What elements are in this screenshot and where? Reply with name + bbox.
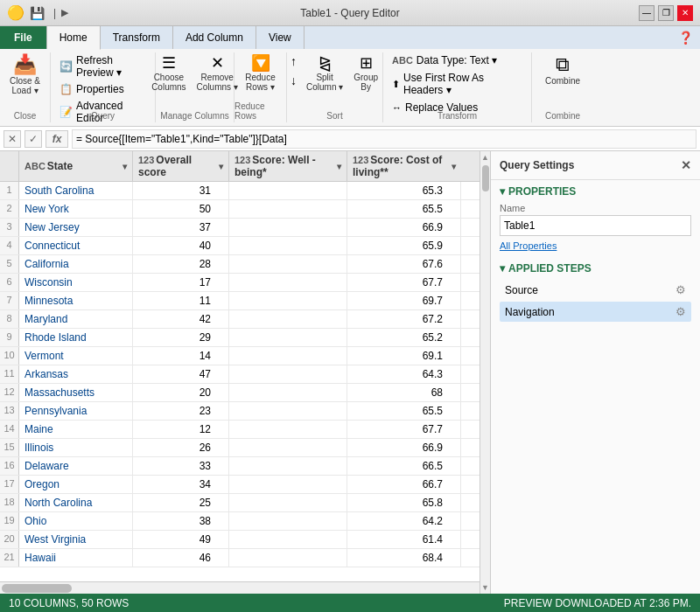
cell-overall[interactable]: 17 bbox=[133, 274, 229, 291]
tab-add-column[interactable]: Add Column bbox=[173, 26, 256, 49]
query-name-input[interactable] bbox=[500, 215, 691, 236]
cell-overall[interactable]: 11 bbox=[133, 292, 229, 309]
cell-wellbeing[interactable] bbox=[229, 274, 347, 291]
cell-state[interactable]: California bbox=[19, 255, 133, 273]
cell-costliving[interactable]: 65.8 bbox=[347, 494, 461, 511]
cell-wellbeing[interactable] bbox=[229, 512, 347, 530]
cell-overall[interactable]: 49 bbox=[133, 531, 229, 548]
cell-wellbeing[interactable] bbox=[229, 402, 347, 420]
cell-state[interactable]: Ohio bbox=[19, 512, 133, 530]
cell-state[interactable]: Maryland bbox=[19, 310, 133, 328]
cell-wellbeing[interactable] bbox=[229, 292, 347, 309]
tab-file[interactable]: File bbox=[0, 26, 47, 49]
cell-overall[interactable]: 38 bbox=[133, 512, 229, 530]
minimize-btn[interactable]: — bbox=[639, 5, 654, 21]
table-row[interactable]: 13 Pennsylvania 23 65.5 bbox=[0, 402, 480, 421]
col-header-overall[interactable]: 123Overall score ▾ bbox=[133, 151, 229, 181]
tab-home[interactable]: Home bbox=[47, 26, 101, 50]
cell-wellbeing[interactable] bbox=[229, 200, 347, 218]
cell-overall[interactable]: 12 bbox=[133, 421, 229, 438]
table-row[interactable]: 10 Vermont 14 69.1 bbox=[0, 347, 480, 365]
reduce-rows-button[interactable]: 🔽 ReduceRows ▾ bbox=[239, 52, 283, 94]
table-row[interactable]: 16 Delaware 33 66.5 bbox=[0, 457, 480, 476]
cell-wellbeing[interactable] bbox=[229, 531, 347, 548]
scroll-down-btn[interactable]: ▼ bbox=[481, 583, 489, 592]
cell-costliving[interactable]: 66.9 bbox=[347, 219, 461, 236]
cell-state[interactable]: Oregon bbox=[19, 476, 133, 493]
cell-state[interactable]: Connecticut bbox=[19, 237, 133, 254]
cell-costliving[interactable]: 67.6 bbox=[347, 255, 461, 273]
cell-wellbeing[interactable] bbox=[229, 421, 347, 438]
cell-overall[interactable]: 42 bbox=[133, 310, 229, 328]
cell-costliving[interactable]: 65.5 bbox=[347, 402, 461, 420]
cell-wellbeing[interactable] bbox=[229, 384, 347, 401]
cell-state[interactable]: Illinois bbox=[19, 439, 133, 456]
cell-state[interactable]: Minnesota bbox=[19, 292, 133, 309]
help-btn[interactable]: ❓ bbox=[678, 31, 693, 45]
cell-overall[interactable]: 46 bbox=[133, 549, 229, 567]
cell-costliving[interactable]: 69.1 bbox=[347, 347, 461, 365]
refresh-preview-button[interactable]: 🔄 Refresh Preview ▾ bbox=[56, 52, 150, 80]
cell-state[interactable]: New Jersey bbox=[19, 219, 133, 236]
cell-state[interactable]: South Carolina bbox=[19, 182, 133, 199]
applied-steps-collapse-icon[interactable]: ▾ bbox=[500, 262, 505, 275]
cell-overall[interactable]: 34 bbox=[133, 476, 229, 493]
close-btn[interactable]: ✕ bbox=[677, 5, 693, 21]
formula-confirm-btn[interactable]: ✓ bbox=[24, 130, 42, 148]
cell-overall[interactable]: 26 bbox=[133, 439, 229, 456]
vertical-scrollbar[interactable]: ▲ ▼ bbox=[480, 151, 490, 594]
table-row[interactable]: 7 Minnesota 11 69.7 bbox=[0, 292, 480, 310]
cell-costliving[interactable]: 69.7 bbox=[347, 292, 461, 309]
cell-costliving[interactable]: 66.5 bbox=[347, 457, 461, 475]
cell-wellbeing[interactable] bbox=[229, 182, 347, 199]
split-column-button[interactable]: ⧎ SplitColumn ▾ bbox=[302, 52, 347, 94]
cell-state[interactable]: Massachusetts bbox=[19, 384, 133, 401]
cell-state[interactable]: Arkansas bbox=[19, 365, 133, 383]
scroll-thumb-v[interactable] bbox=[482, 165, 489, 191]
tab-transform[interactable]: Transform bbox=[101, 26, 173, 49]
cell-state[interactable]: Pennsylvania bbox=[19, 402, 133, 420]
cell-wellbeing[interactable] bbox=[229, 347, 347, 365]
cell-wellbeing[interactable] bbox=[229, 255, 347, 273]
cell-costliving[interactable]: 67.7 bbox=[347, 274, 461, 291]
table-row[interactable]: 9 Rhode Island 29 65.2 bbox=[0, 329, 480, 347]
cell-wellbeing[interactable] bbox=[229, 329, 347, 346]
table-row[interactable]: 3 New Jersey 37 66.9 bbox=[0, 219, 480, 237]
cell-wellbeing[interactable] bbox=[229, 237, 347, 254]
state-col-dropdown[interactable]: ▾ bbox=[122, 162, 127, 171]
properties-collapse-icon[interactable]: ▾ bbox=[500, 185, 505, 198]
cell-state[interactable]: New York bbox=[19, 200, 133, 218]
properties-button[interactable]: 📋 Properties bbox=[56, 81, 128, 97]
window-controls[interactable]: — ❐ ✕ bbox=[639, 5, 693, 21]
table-row[interactable]: 4 Connecticut 40 65.9 bbox=[0, 237, 480, 255]
cell-state[interactable]: Wisconsin bbox=[19, 274, 133, 291]
data-type-button[interactable]: ABC Data Type: Text ▾ bbox=[388, 52, 500, 68]
cell-overall[interactable]: 40 bbox=[133, 237, 229, 254]
first-row-headers-button[interactable]: ⬆ Use First Row As Headers ▾ bbox=[388, 70, 526, 98]
cell-state[interactable]: Rhode Island bbox=[19, 329, 133, 346]
tab-view[interactable]: View bbox=[256, 26, 304, 49]
cell-overall[interactable]: 33 bbox=[133, 457, 229, 475]
cell-overall[interactable]: 50 bbox=[133, 200, 229, 218]
cell-state[interactable]: West Virginia bbox=[19, 531, 133, 548]
restore-btn[interactable]: ❐ bbox=[658, 5, 674, 21]
table-row[interactable]: 1 South Carolina 31 65.3 bbox=[0, 182, 480, 200]
cell-wellbeing[interactable] bbox=[229, 365, 347, 383]
table-row[interactable]: 19 Ohio 38 64.2 bbox=[0, 512, 480, 531]
choose-columns-button[interactable]: ☰ ChooseColumns bbox=[147, 52, 190, 94]
table-row[interactable]: 18 North Carolina 25 65.8 bbox=[0, 494, 480, 512]
table-row[interactable]: 20 West Virginia 49 61.4 bbox=[0, 531, 480, 549]
col-header-wellbeing[interactable]: 123Score: Well - being* ▾ bbox=[229, 151, 347, 181]
sort-desc-button[interactable]: ↓ bbox=[287, 72, 300, 89]
group-by-button[interactable]: ⊞ GroupBy bbox=[349, 52, 382, 94]
cell-overall[interactable]: 28 bbox=[133, 255, 229, 273]
table-row[interactable]: 12 Massachusetts 20 68 bbox=[0, 384, 480, 402]
table-row[interactable]: 17 Oregon 34 66.7 bbox=[0, 476, 480, 494]
cell-costliving[interactable]: 67.7 bbox=[347, 421, 461, 438]
cell-costliving[interactable]: 67.2 bbox=[347, 310, 461, 328]
scroll-up-btn[interactable]: ▲ bbox=[481, 153, 489, 162]
step-source-gear-icon[interactable]: ⚙ bbox=[676, 283, 686, 296]
all-properties-link[interactable]: All Properties bbox=[500, 240, 556, 251]
col-header-state[interactable]: ABCState ▾ bbox=[19, 151, 133, 181]
sort-asc-button[interactable]: ↑ bbox=[287, 52, 300, 70]
